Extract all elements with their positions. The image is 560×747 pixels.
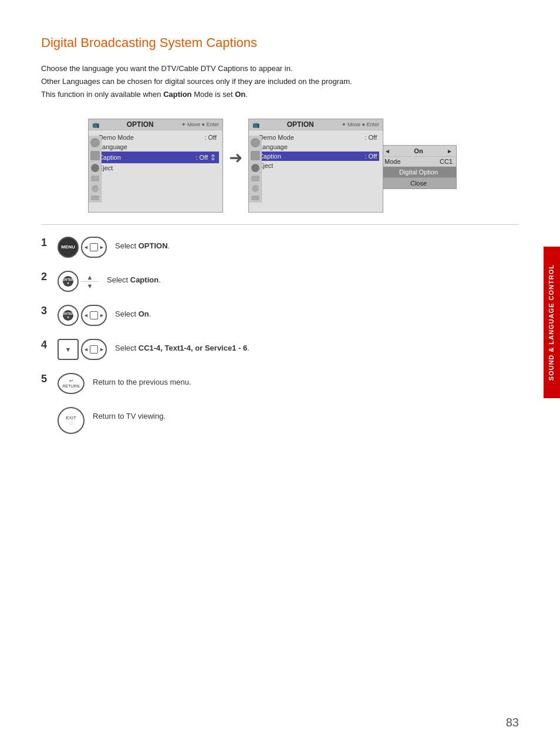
step-3-buttons: ENTER● ◄ ► bbox=[58, 305, 107, 326]
s2-icon-5 bbox=[252, 185, 259, 192]
popup-right-arrow: ► bbox=[447, 148, 453, 154]
nav-center-4 bbox=[90, 345, 98, 354]
step-exit-text: Return to TV viewing. bbox=[93, 407, 166, 420]
step-4-text: Select CC1-4, Text1-4, or Service1 - 6. bbox=[115, 339, 249, 352]
step-4-buttons: ▼ ◄ ► bbox=[58, 339, 107, 360]
screen2-item-1: • Demo Mode: Off bbox=[252, 133, 379, 142]
step-3-text: Select On. bbox=[115, 305, 151, 318]
popup-mode-label: Mode bbox=[384, 158, 401, 165]
step-2-buttons: ENTER● ▲ ▼ bbox=[58, 271, 99, 292]
screen1-item-2: • Language bbox=[92, 142, 219, 152]
side-tab-text: SOUND & LANGUAGE CONTROL bbox=[547, 264, 556, 381]
exit-button[interactable]: EXIT □ bbox=[58, 407, 85, 434]
screen2-item-2: • Language bbox=[252, 142, 379, 152]
popup-mode-row: Mode CC1 bbox=[381, 157, 456, 167]
arrow-connector: ➜ bbox=[229, 148, 242, 167]
icon-3 bbox=[91, 164, 99, 172]
popup-close-btn[interactable]: Close bbox=[381, 178, 456, 189]
screen1-left-icons bbox=[89, 136, 102, 203]
step-2-text: Select Caption. bbox=[107, 271, 161, 284]
down-arrow-4: ▼ bbox=[65, 346, 72, 353]
icon-1 bbox=[90, 138, 100, 147]
menu-button[interactable]: MENU bbox=[58, 237, 79, 258]
icon-6 bbox=[91, 196, 99, 200]
step-3: 3 ENTER● ◄ ► Select On. bbox=[41, 305, 519, 326]
screen1-item-3-caption: • Caption : Off ⇕ bbox=[92, 152, 219, 163]
screen1-controls: ✦ Move ● Enter bbox=[181, 122, 219, 127]
step-1-number: 1 bbox=[41, 237, 49, 249]
side-tab: SOUND & LANGUAGE CONTROL bbox=[544, 247, 560, 398]
screen2-item-3-caption: • Caption : Off bbox=[252, 152, 379, 161]
step-1-text: Select OPTION. bbox=[115, 237, 170, 250]
step-5-number: 5 bbox=[41, 373, 49, 385]
screen1-item-1: • Demo Mode: Off bbox=[92, 133, 219, 142]
intro-line-3: This function in only available when Cap… bbox=[41, 90, 248, 99]
popup-left-arrow: ◄ bbox=[384, 148, 390, 154]
page-title: Digital Broadcasting System Captions bbox=[41, 35, 519, 51]
divider bbox=[41, 224, 519, 225]
screen2-icon-signal: 📺 bbox=[252, 122, 259, 128]
screen2: 📺 OPTION ✦ Move ● Enter • Demo Mode: Off… bbox=[248, 119, 383, 213]
enter-button-2[interactable]: ENTER● bbox=[58, 271, 79, 292]
step-5: 5 ↩ RETURN Return to the previous menu. bbox=[41, 373, 519, 394]
nav-left-arrow: ◄ bbox=[83, 244, 89, 250]
popup-panel: ◄ On ► Mode CC1 Digital Option Close bbox=[380, 145, 457, 189]
intro-text: Choose the language you want the DTV/Cab… bbox=[41, 62, 519, 101]
step-5-buttons: ↩ RETURN bbox=[58, 373, 85, 394]
nav-lr-button-4[interactable]: ◄ ► bbox=[81, 339, 107, 360]
enter-inner-dot: ENTER● bbox=[63, 276, 73, 287]
screen1-menu: • Demo Mode: Off • Language • Caption : … bbox=[89, 130, 222, 175]
nav-right-arrow: ► bbox=[99, 244, 104, 250]
nav-center-3 bbox=[90, 311, 98, 319]
popup-value-row: ◄ On ► bbox=[381, 146, 456, 157]
step-2: 2 ENTER● ▲ ▼ Select Caption. bbox=[41, 271, 519, 292]
screen1-content: 📺 OPTION ✦ Move ● Enter • Demo Mode: Off… bbox=[89, 119, 222, 212]
updown-icon: ⇕ bbox=[210, 153, 217, 162]
nav-right-arrow-3: ► bbox=[99, 312, 104, 318]
nav-left-arrow-4: ◄ bbox=[83, 346, 89, 352]
intro-line-1: Choose the language you want the DTV/Cab… bbox=[41, 64, 293, 73]
screen1: 📺 OPTION ✦ Move ● Enter • Demo Mode: Off… bbox=[88, 119, 223, 213]
step-1: 1 MENU ◄ ► Select OPTION. bbox=[41, 237, 519, 258]
return-button[interactable]: ↩ RETURN bbox=[58, 373, 85, 394]
screen2-header: 📺 OPTION ✦ Move ● Enter bbox=[249, 119, 383, 130]
step-exit-buttons: EXIT □ bbox=[58, 407, 85, 434]
s2-icon-3 bbox=[251, 164, 259, 172]
nav-left-arrow-3: ◄ bbox=[83, 312, 89, 318]
intro-line-2: Other Languages can be chosen for digita… bbox=[41, 77, 352, 86]
nav-lr-button-1[interactable]: ◄ ► bbox=[81, 237, 107, 258]
s2-icon-4 bbox=[251, 176, 259, 181]
screen2-controls: ✦ Move ● Enter bbox=[342, 122, 379, 127]
enter-button-3[interactable]: ENTER● bbox=[58, 305, 79, 326]
screen1-icon-signal: 📺 bbox=[92, 122, 99, 128]
icon-5 bbox=[92, 185, 99, 192]
nav-right-arrow-4: ► bbox=[99, 346, 104, 352]
screen2-menu: • Demo Mode: Off • Language • Caption : … bbox=[249, 130, 383, 173]
s2-icon-6 bbox=[251, 196, 259, 200]
enter-inner-dot-3: ENTER● bbox=[63, 310, 73, 321]
popup-digital-option-btn[interactable]: Digital Option bbox=[381, 167, 456, 178]
screen1-title: OPTION bbox=[127, 120, 154, 129]
screen1-item-4-eject: • Eject bbox=[92, 163, 219, 173]
icon-4 bbox=[91, 176, 99, 181]
step-1-buttons: MENU ◄ ► bbox=[58, 237, 107, 258]
screen2-content: 📺 OPTION ✦ Move ● Enter • Demo Mode: Off… bbox=[249, 119, 383, 212]
square-button-4[interactable]: ▼ bbox=[58, 339, 79, 360]
step-3-number: 3 bbox=[41, 305, 49, 317]
s2-icon-2 bbox=[251, 151, 260, 160]
s2-icon-1 bbox=[251, 138, 260, 147]
steps-area: 1 MENU ◄ ► Select OPTION. 2 ENTER● bbox=[41, 237, 519, 434]
screen2-with-popup: 📺 OPTION ✦ Move ● Enter • Demo Mode: Off… bbox=[248, 119, 457, 213]
step-4: 4 ▼ ◄ ► Select CC1-4, Text1-4, or Servic… bbox=[41, 339, 519, 360]
down-arrow-2: ▼ bbox=[87, 282, 93, 290]
nav-center-1 bbox=[90, 243, 98, 251]
popup-mode-value: CC1 bbox=[440, 158, 453, 165]
up-arrow-2: ▲ bbox=[87, 274, 93, 281]
step-2-number: 2 bbox=[41, 271, 49, 283]
screen2-item-4-eject: • Eject bbox=[252, 161, 379, 170]
screen1-header: 📺 OPTION ✦ Move ● Enter bbox=[89, 119, 222, 130]
step-4-number: 4 bbox=[41, 339, 49, 351]
screenshots-container: 📺 OPTION ✦ Move ● Enter • Demo Mode: Off… bbox=[88, 119, 519, 213]
nav-lr-button-3[interactable]: ◄ ► bbox=[81, 305, 107, 326]
step-5-text: Return to the previous menu. bbox=[93, 373, 191, 386]
